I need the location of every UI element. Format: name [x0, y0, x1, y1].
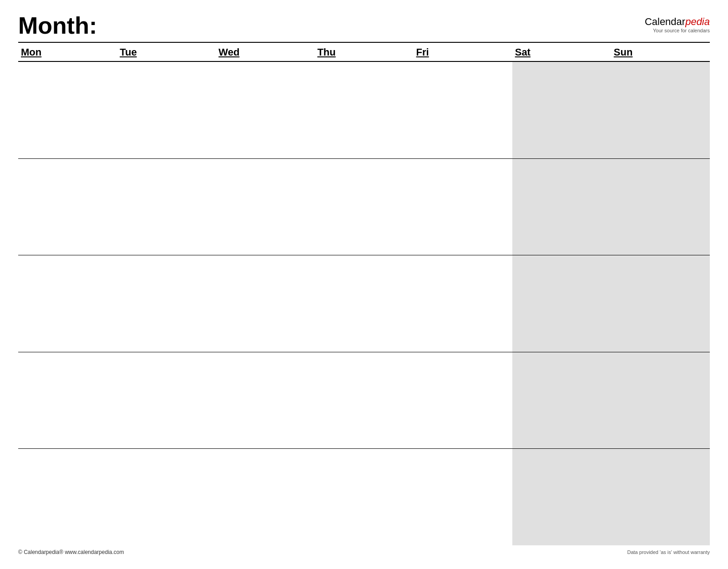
week1-tue: [117, 62, 216, 158]
day-header-sat: Sat: [512, 43, 611, 61]
week4-sat: [512, 352, 611, 449]
week1-mon: [18, 62, 117, 158]
week2-thu: [314, 159, 413, 255]
page-container: Month: Calendarpedia Your source for cal…: [0, 0, 728, 569]
footer-disclaimer: Data provided 'as is' without warranty: [627, 549, 710, 555]
week4-mon: [18, 352, 117, 449]
day-headers: Mon Tue Wed Thu Fri Sat Sun: [18, 43, 710, 62]
day-header-mon: Mon: [18, 43, 117, 61]
week1-sun: [611, 62, 710, 158]
week4-sun: [611, 352, 710, 449]
week4-wed: [216, 352, 314, 449]
month-title: Month:: [18, 14, 97, 37]
logo-calendar: Calendar: [645, 16, 685, 27]
week3-thu: [314, 255, 413, 352]
logo-tagline: Your source for calendars: [653, 28, 710, 33]
week1-thu: [314, 62, 413, 158]
week3-fri: [414, 255, 512, 352]
day-header-fri: Fri: [414, 43, 512, 61]
week-row-5: [18, 449, 710, 545]
week3-sun: [611, 255, 710, 352]
week3-tue: [117, 255, 216, 352]
week2-fri: [414, 159, 512, 255]
day-header-thu: Thu: [314, 43, 413, 61]
logo-text: Calendarpedia: [645, 16, 710, 28]
week2-sat: [512, 159, 611, 255]
week5-fri: [414, 449, 512, 545]
week3-mon: [18, 255, 117, 352]
week4-thu: [314, 352, 413, 449]
week5-sun: [611, 449, 710, 545]
header: Month: Calendarpedia Your source for cal…: [18, 14, 710, 37]
week3-wed: [216, 255, 314, 352]
logo-container: Calendarpedia Your source for calendars: [645, 16, 710, 33]
week1-sat: [512, 62, 611, 158]
week5-thu: [314, 449, 413, 545]
day-header-sun: Sun: [611, 43, 710, 61]
week3-sat: [512, 255, 611, 352]
day-header-tue: Tue: [117, 43, 216, 61]
week-row-4: [18, 352, 710, 449]
logo-pedia: pedia: [685, 16, 710, 27]
week-row-1: [18, 62, 710, 159]
calendar-grid: Mon Tue Wed Thu Fri Sat Sun: [18, 42, 710, 545]
week5-mon: [18, 449, 117, 545]
day-header-wed: Wed: [216, 43, 314, 61]
week5-tue: [117, 449, 216, 545]
week5-sat: [512, 449, 611, 545]
footer-copyright: © Calendarpedia® www.calendarpedia.com: [18, 549, 124, 555]
week1-wed: [216, 62, 314, 158]
week4-tue: [117, 352, 216, 449]
week2-tue: [117, 159, 216, 255]
weeks-container: [18, 62, 710, 545]
week2-mon: [18, 159, 117, 255]
footer: © Calendarpedia® www.calendarpedia.com D…: [18, 545, 710, 555]
week5-wed: [216, 449, 314, 545]
week1-fri: [414, 62, 512, 158]
week2-wed: [216, 159, 314, 255]
week2-sun: [611, 159, 710, 255]
week4-fri: [414, 352, 512, 449]
week-row-2: [18, 159, 710, 256]
week-row-3: [18, 255, 710, 352]
